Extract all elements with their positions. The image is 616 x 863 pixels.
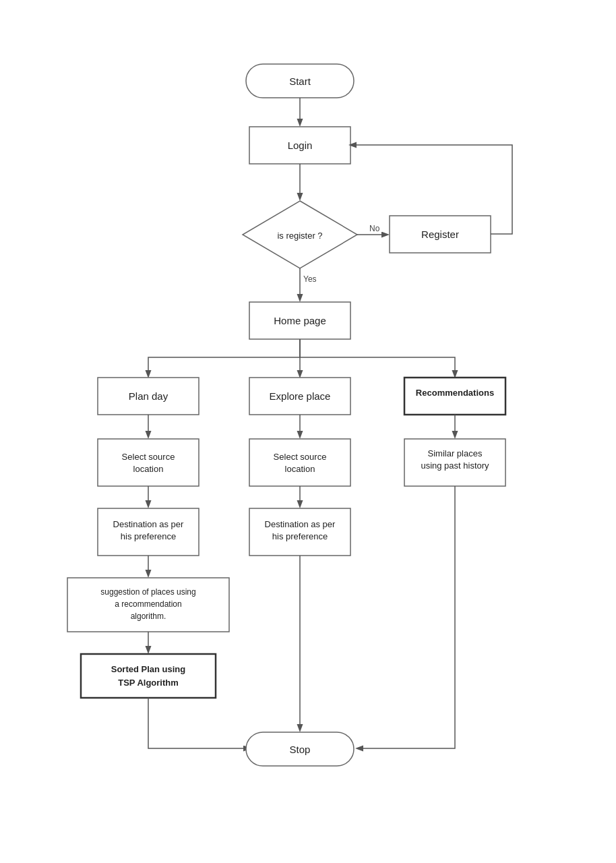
- suggestion-label: suggestion of places using: [100, 587, 195, 597]
- is-register-label: is register ?: [277, 231, 322, 241]
- start-label: Start: [289, 76, 311, 87]
- select-source-1-label: Select source: [122, 452, 175, 462]
- explore-place-label: Explore place: [270, 390, 331, 402]
- dest-pref-2-label2: his preference: [272, 531, 328, 541]
- sorted-plan-label2: TSP Algorithm: [118, 678, 179, 688]
- svg-rect-26: [81, 654, 216, 698]
- svg-rect-16: [249, 439, 350, 486]
- select-source-2-label: Select source: [274, 452, 327, 462]
- dest-pref-1-label: Destination as per: [113, 519, 184, 529]
- homepage-label: Home page: [274, 315, 326, 326]
- select-source-2-label2: location: [285, 464, 315, 474]
- no-label: No: [369, 224, 380, 233]
- similar-places-label: Similar places: [428, 448, 483, 458]
- dest-pref-1-label2: his preference: [121, 531, 176, 541]
- login-label: Login: [288, 140, 313, 151]
- suggestion-label2: a recommendation: [115, 599, 181, 609]
- select-source-1-label2: location: [133, 464, 164, 474]
- svg-rect-14: [98, 439, 199, 486]
- plan-day-label: Plan day: [129, 390, 168, 402]
- dest-pref-2-label: Destination as per: [265, 519, 336, 529]
- yes-label: Yes: [303, 274, 317, 284]
- recommendations-label: Recommendations: [416, 388, 494, 398]
- suggestion-label3: algorithm.: [131, 612, 166, 621]
- stop-label: Stop: [290, 744, 311, 755]
- sorted-plan-label: Sorted Plan using: [111, 664, 186, 674]
- register-label: Register: [421, 229, 459, 240]
- similar-places-label2: using past history: [421, 460, 489, 471]
